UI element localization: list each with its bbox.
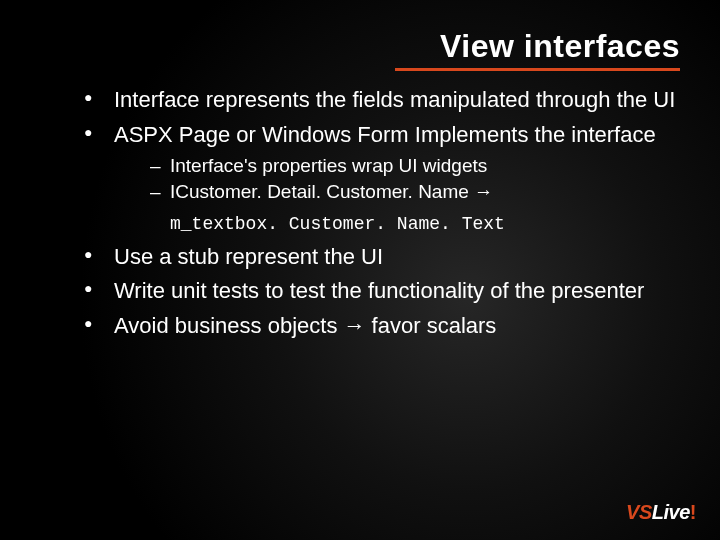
slide: View interfaces Interface represents the… bbox=[0, 0, 720, 540]
brand-logo: VSLive! bbox=[626, 501, 696, 524]
bullet-item: Write unit tests to test the functionali… bbox=[80, 277, 680, 306]
title-underline bbox=[395, 68, 680, 71]
slide-body: Interface represents the fields manipula… bbox=[80, 86, 680, 347]
logo-part-bang: ! bbox=[690, 501, 696, 523]
sub-bullet-item: Interface's properties wrap UI widgets bbox=[114, 153, 680, 179]
logo-part-live: Live bbox=[652, 501, 690, 523]
code-line: m_textbox. Customer. Name. Text bbox=[114, 212, 680, 236]
logo-part-vs: VS bbox=[626, 501, 652, 523]
bullet-list: Interface represents the fields manipula… bbox=[80, 86, 680, 341]
bullet-text: ASPX Page or Windows Form Implements the… bbox=[114, 122, 656, 147]
bullet-item: Interface represents the fields manipula… bbox=[80, 86, 680, 115]
slide-title: View interfaces bbox=[440, 28, 680, 65]
bullet-item: ASPX Page or Windows Form Implements the… bbox=[80, 121, 680, 237]
bullet-item: Use a stub represent the UI bbox=[80, 243, 680, 272]
sub-bullet-list: Interface's properties wrap UI widgets I… bbox=[114, 153, 680, 204]
sub-bullet-item: ICustomer. Detail. Customer. Name → bbox=[114, 179, 680, 205]
bullet-item: Avoid business objects → favor scalars bbox=[80, 312, 680, 341]
